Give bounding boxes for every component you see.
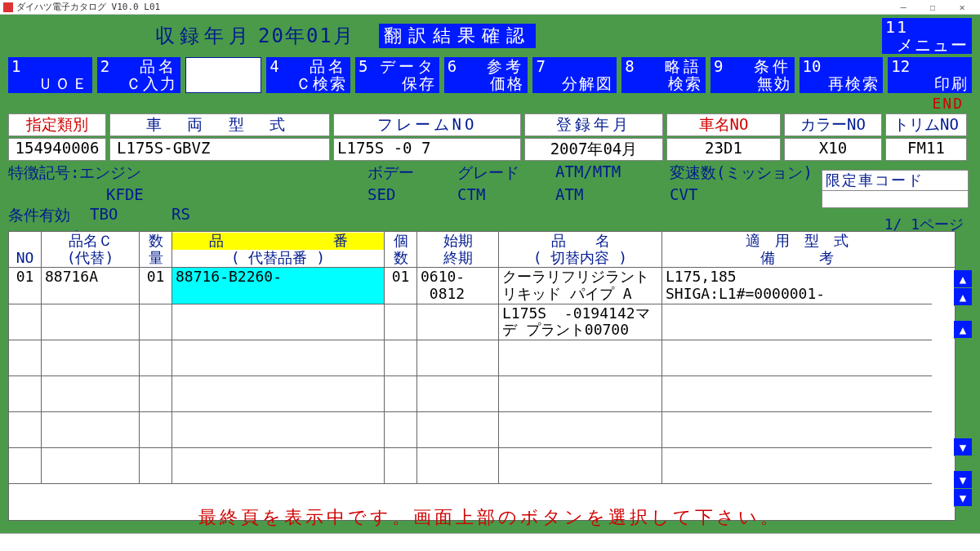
fn6-ref-price[interactable]: 6参考 価格 xyxy=(444,57,528,93)
fn4-name-search[interactable]: 4品名 Ｃ検索 xyxy=(266,57,350,93)
table-body: 01 88716A 01 88716-B2260- 01 0610- 0812 … xyxy=(8,268,956,521)
fn12-print[interactable]: 12印刷 xyxy=(888,57,972,93)
col-frame-no: フレームNO xyxy=(333,113,521,136)
table-row[interactable] xyxy=(9,412,955,448)
val-trim-no: FM11 xyxy=(885,138,967,161)
fn8-abbrev-search[interactable]: 8略語 検索 xyxy=(621,57,706,93)
vehicle-value-row: 154940006 L175S-GBVZ L175S -0 7 2007年04月… xyxy=(8,138,972,161)
parts-table: NO 品名Ｃ(代替) 数量 品 番( 代替品番 ) 個数 始期終期 品 名( 切… xyxy=(8,231,956,521)
val-reg-date: 2007年04月 xyxy=(524,138,663,161)
table-row[interactable] xyxy=(9,340,955,376)
table-row[interactable]: L175S -0194142マデ プラント00700 xyxy=(9,304,955,340)
col-reg-date: 登録年月 xyxy=(524,113,663,136)
window-title: ダイハツ電子カタログ V10.0 L01 xyxy=(16,1,160,13)
statusbar xyxy=(0,533,980,551)
table-row[interactable]: 01 88716A 01 88716-B2260- 01 0610- 0812 … xyxy=(9,268,955,304)
status-message: 最終頁を表示中です。画面上部のボタンを選択して下さい。 xyxy=(0,505,980,530)
record-period-value: 20年01月 xyxy=(258,23,354,49)
fn7-exploded-view[interactable]: 7分解図 xyxy=(532,57,617,93)
fn10-research[interactable]: 10再検索 xyxy=(800,57,884,93)
col-color-no: カラーNO xyxy=(784,113,882,136)
window-titlebar: ダイハツ電子カタログ V10.0 L01 — ☐ ✕ xyxy=(0,0,980,15)
menu-button[interactable]: 11 メニュー xyxy=(882,18,972,54)
record-period-label: 収録年月 xyxy=(155,23,253,49)
table-row[interactable] xyxy=(9,376,955,412)
scroll-up-icon[interactable]: ▲ xyxy=(954,288,972,306)
val-color-no: X10 xyxy=(784,138,882,161)
val-vehicle-model: L175S-GBVZ xyxy=(109,138,330,161)
close-button[interactable]: ✕ xyxy=(947,2,977,13)
col-designation: 指定類別 xyxy=(8,113,106,136)
part-number-cell: 88716-B2260- xyxy=(172,268,385,304)
fn1-uoe[interactable]: 1ＵＯＥ xyxy=(8,57,92,93)
limited-car-code-box: 限定車コード xyxy=(822,170,969,208)
scroll-buttons: ▲ ▲ ▲ ▼ ▼ ▼ xyxy=(954,270,972,507)
col-trim-no: トリムNO xyxy=(885,113,967,136)
limited-label: 限定車コード xyxy=(822,171,968,191)
translation-confirm-button[interactable]: 翻訳結果確認 xyxy=(379,24,536,48)
scroll-down-icon[interactable]: ▼ xyxy=(954,471,972,489)
fn9-condition-disable[interactable]: 9条件 無効 xyxy=(710,57,795,93)
table-row[interactable] xyxy=(9,448,955,484)
minimize-button[interactable]: — xyxy=(889,2,918,13)
limited-value[interactable] xyxy=(822,191,968,207)
val-frame-no: L175S -0 7 xyxy=(333,138,521,161)
maximize-button[interactable]: ☐ xyxy=(918,2,947,13)
table-header: NO 品名Ｃ(代替) 数量 品 番( 代替品番 ) 個数 始期終期 品 名( 切… xyxy=(8,231,956,268)
val-car-no: 23D1 xyxy=(666,138,781,161)
val-designation: 154940006 xyxy=(8,138,106,161)
vehicle-header-row: 指定類別 車 両 型 式 フレームNO 登録年月 車名NO カラーNO トリムN… xyxy=(8,113,972,136)
function-key-row: 1ＵＯＥ 2品名 Ｃ入力 4品名 Ｃ検索 5データ 保存 6参考 価格 7分解図… xyxy=(8,57,972,93)
fn2-name-input[interactable]: 2品名 Ｃ入力 xyxy=(97,57,181,93)
app-body: 収録年月 20年01月 翻訳結果確認 11 メニュー 1ＵＯＥ 2品名 Ｃ入力 … xyxy=(0,15,980,551)
fn5-data-save[interactable]: 5データ 保存 xyxy=(355,57,439,93)
scroll-up2-icon[interactable]: ▲ xyxy=(954,321,972,339)
scroll-bottom-icon[interactable]: ▼ xyxy=(954,489,972,507)
col-vehicle-model: 車 両 型 式 xyxy=(109,113,330,136)
scroll-down2-icon[interactable]: ▼ xyxy=(954,438,972,456)
col-car-no: 車名NO xyxy=(666,113,781,136)
app-icon xyxy=(3,2,13,12)
end-label: END xyxy=(8,95,972,112)
scroll-top-icon[interactable]: ▲ xyxy=(954,270,972,288)
name-code-input[interactable] xyxy=(185,57,261,93)
